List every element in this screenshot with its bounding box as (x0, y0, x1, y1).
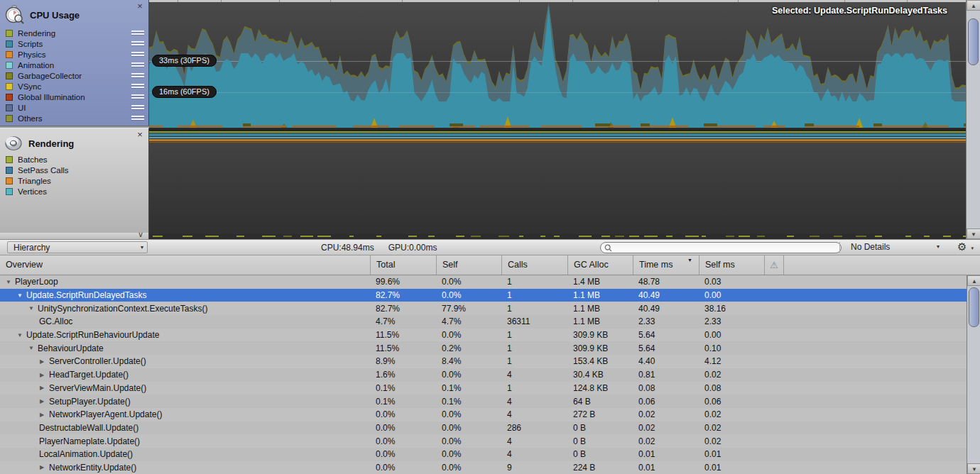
scroll-up-icon[interactable]: ▲ (967, 275, 980, 286)
legend-item[interactable]: Animation (6, 60, 146, 70)
cell-gc: 1.1 MB (567, 316, 633, 326)
table-row[interactable]: ▼UnitySynchronizationContext.ExecuteTask… (0, 302, 967, 315)
legend-item[interactable]: Others (6, 113, 146, 123)
table-row[interactable]: ▼PlayerLoop99.6%0.0%11.4 MB48.780.03 (0, 275, 967, 289)
chevron-down-icon: ▾ (937, 241, 940, 253)
cell-total: 0.0% (370, 423, 436, 433)
cpu-usage-header: CPU Usage (4, 4, 80, 26)
legend-item[interactable]: Rendering (6, 28, 146, 38)
cell-selfms: 0.06 (699, 397, 764, 407)
column-header-gc-alloc[interactable]: GC Alloc (567, 255, 633, 275)
table-row[interactable]: ▼Update.ScriptRunDelayedTasks82.7%0.0%11… (0, 289, 967, 302)
cell-total: 8.9% (370, 356, 436, 366)
legend-item[interactable]: VSync (6, 81, 146, 92)
chart-scrollbar[interactable]: ▲ ▼ (966, 0, 980, 239)
cpu-legend: RenderingScriptsPhysicsAnimationGarbageC… (6, 28, 146, 123)
cell-calls: 1 (501, 383, 567, 393)
legend-label: Triangles (18, 177, 51, 185)
close-icon[interactable]: × (135, 130, 145, 140)
rendering-chart[interactable] (149, 131, 966, 234)
search-input[interactable] (612, 243, 841, 253)
module-scroll-strip[interactable]: ∨ (0, 233, 149, 239)
column-header-self-ms[interactable]: Self ms (699, 255, 764, 275)
column-header-time-ms[interactable]: Time ms ▼ (633, 255, 699, 275)
table-row[interactable]: GC.Alloc4.7%4.7%363111.1 MB2.332.33 (0, 315, 967, 329)
column-header-self[interactable]: Self (436, 255, 501, 275)
column-header-calls[interactable]: Calls (501, 255, 567, 275)
drag-handle-icon[interactable] (131, 52, 144, 57)
scroll-up-icon[interactable]: ▲ (967, 0, 980, 11)
row-label: SetupPlayer.Update() (49, 395, 131, 408)
rendering-header: Rendering (4, 133, 74, 154)
search-field[interactable] (600, 242, 842, 253)
cpu-usage-chart[interactable]: Selected: Update.ScriptRunDelayedTasks 3… (149, 2, 966, 129)
details-dropdown[interactable]: No Details ▾ (845, 241, 943, 253)
cpu-usage-panel[interactable]: × CPU Usage RenderingScriptsPhysicsAnima… (0, 0, 149, 126)
drag-handle-icon[interactable] (131, 94, 144, 99)
legend-item[interactable]: Physics (6, 49, 146, 60)
drag-handle-icon[interactable] (131, 62, 144, 67)
legend-item[interactable]: Batches (6, 154, 146, 165)
drag-handle-icon[interactable] (131, 31, 144, 35)
table-row[interactable]: LocalAnimation.Update()0.0%0.0%40 B0.010… (0, 448, 967, 461)
row-label: NetworkEntity.Update() (49, 461, 136, 474)
cell-calls: 286 (501, 423, 567, 433)
column-header-time-ms-label: Time ms (639, 260, 673, 270)
marker-16ms: 16ms (60FPS) (152, 86, 217, 98)
collapse-arrow-icon[interactable]: ▼ (6, 275, 11, 289)
expand-arrow-icon[interactable]: ▶ (40, 395, 44, 408)
table-scrollbar-thumb[interactable] (969, 287, 979, 327)
table-row[interactable]: PlayerNameplate.Update()0.0%0.0%40 B0.02… (0, 434, 967, 448)
cell-time: 0.02 (633, 423, 699, 433)
table-row[interactable]: ▼BehaviourUpdate11.5%0.2%1309.9 KB5.640.… (0, 341, 967, 355)
expand-arrow-icon[interactable]: ▶ (40, 368, 44, 382)
collapse-arrow-icon[interactable]: ▼ (17, 329, 23, 342)
drag-handle-icon[interactable] (131, 105, 144, 110)
close-icon[interactable]: × (135, 1, 145, 11)
table-row[interactable]: ▶ServerViewMain.Update()0.1%0.1%1124.8 K… (0, 382, 967, 395)
drag-handle-icon[interactable] (131, 116, 144, 121)
legend-item[interactable]: Global Illumination (6, 92, 146, 102)
details-mode-label: No Details (851, 242, 890, 252)
table-row[interactable]: ▼Update.ScriptRunBehaviourUpdate11.5%0.0… (0, 329, 967, 342)
legend-item[interactable]: Scripts (6, 38, 146, 49)
table-row[interactable]: ▶NetworkPlayerAgent.Update()0.0%0.0%4272… (0, 408, 967, 421)
view-mode-dropdown[interactable]: Hierarchy ▾ (7, 241, 148, 253)
row-label: PlayerLoop (15, 275, 58, 289)
table-row[interactable]: ▶SetupPlayer.Update()0.1%0.1%464 B0.060.… (0, 395, 967, 408)
scroll-down-icon[interactable]: ▼ (967, 228, 980, 239)
drag-handle-icon[interactable] (131, 84, 144, 89)
chevron-down-icon[interactable]: ∨ (138, 230, 143, 239)
collapse-arrow-icon[interactable]: ▼ (28, 341, 34, 355)
expand-arrow-icon[interactable]: ▶ (40, 408, 44, 421)
rendering-panel[interactable]: × Rendering BatchesSetPass CallsTriangle… (0, 128, 149, 233)
legend-item[interactable]: Vertices (6, 186, 146, 197)
drag-handle-icon[interactable] (131, 41, 144, 46)
expand-arrow-icon[interactable]: ▶ (40, 382, 44, 395)
table-row[interactable]: ▶NetworkEntity.Update()0.0%0.0%9224 B0.0… (0, 461, 967, 474)
table-scrollbar[interactable]: ▲ ▼ (967, 275, 980, 474)
table-row[interactable]: ▶HeadTarget.Update()1.6%0.0%430.4 KB0.81… (0, 368, 967, 382)
chart-scrollbar-thumb[interactable] (968, 18, 979, 65)
column-header-overview[interactable]: Overview (0, 255, 370, 275)
legend-item[interactable]: Triangles (6, 175, 146, 186)
search-icon (604, 244, 612, 252)
table-row[interactable]: DestructableWall.Update()0.0%0.0%2860 B0… (0, 421, 967, 435)
column-header-warnings[interactable]: ⚠ (764, 255, 784, 275)
collapse-arrow-icon[interactable]: ▼ (28, 302, 34, 315)
scroll-down-icon[interactable]: ▼ (967, 463, 980, 474)
expand-arrow-icon[interactable]: ▶ (40, 461, 44, 474)
drag-handle-icon[interactable] (131, 73, 144, 78)
legend-item[interactable]: GarbageCollector (6, 70, 146, 81)
collapse-arrow-icon[interactable]: ▼ (17, 289, 23, 302)
column-header-total[interactable]: Total (370, 255, 436, 275)
settings-button[interactable]: ⚙ ▾ (954, 241, 976, 254)
cell-gc: 153.4 KB (567, 356, 633, 366)
legend-item[interactable]: UI (6, 102, 146, 113)
cell-gc: 0 B (567, 436, 633, 446)
table-row[interactable]: ▶ServerController.Update()8.9%8.4%1153.4… (0, 355, 967, 368)
legend-item[interactable]: SetPass Calls (6, 165, 146, 175)
row-label: Update.ScriptRunDelayedTasks (26, 289, 146, 302)
cell-gc: 1.4 MB (567, 277, 633, 287)
expand-arrow-icon[interactable]: ▶ (40, 355, 44, 368)
